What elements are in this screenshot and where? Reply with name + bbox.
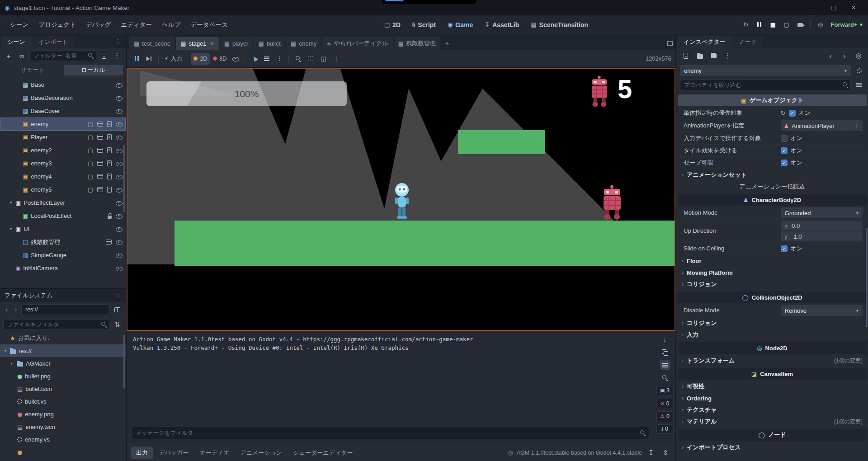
info-filter[interactable]: ℹ0 bbox=[656, 424, 674, 434]
scene-node-enemy2[interactable]: ▣enemy2▢ bbox=[0, 144, 126, 157]
scene-node-enemy[interactable]: ▣enemy▢ bbox=[0, 118, 126, 131]
new-scene-tab-button[interactable]: + bbox=[441, 37, 453, 50]
node-value[interactable]: ♟AnimationPlayer⋮ bbox=[781, 120, 863, 131]
path-input[interactable] bbox=[21, 304, 110, 315]
workspace-2d[interactable]: ◳2D bbox=[380, 19, 405, 31]
inspector-scrollbar[interactable] bbox=[866, 228, 868, 327]
selection-menu-button[interactable]: ⋮ bbox=[274, 53, 285, 65]
menu-エディター[interactable]: エディター bbox=[116, 19, 156, 31]
visibility-toggle-icon[interactable] bbox=[116, 213, 123, 219]
category-CanvasItem[interactable]: ◪CanvasItem bbox=[678, 368, 867, 380]
scene-node-enemy4[interactable]: ▣enemy4▢ bbox=[0, 170, 126, 183]
copy-log-button[interactable] bbox=[660, 348, 670, 357]
selection-list-button[interactable] bbox=[261, 53, 273, 65]
select-mode-button[interactable] bbox=[248, 53, 260, 65]
close-tab-icon[interactable]: ✕ bbox=[210, 41, 214, 47]
visibility-toggle-icon[interactable] bbox=[116, 95, 123, 101]
scene-node-enemy5[interactable]: ▣enemy5▢ bbox=[0, 183, 126, 196]
bottom-tab-出力[interactable]: 出力 bbox=[131, 447, 153, 459]
expand-arrow-icon[interactable]: ▼ bbox=[9, 201, 15, 205]
scene-filter-input[interactable] bbox=[29, 50, 96, 61]
resource-menu-button[interactable]: ⋮ bbox=[722, 50, 733, 61]
visibility-toggle-icon[interactable] bbox=[116, 121, 123, 127]
warnings-filter[interactable]: ⚠0 bbox=[656, 411, 674, 421]
visibility-toggle-icon[interactable] bbox=[116, 200, 123, 206]
restart-button[interactable]: ↻ bbox=[740, 19, 752, 31]
section-Ordering[interactable]: ›Ordering bbox=[677, 392, 867, 404]
game-viewport[interactable]: 100% 5 bbox=[127, 68, 675, 331]
workspace-script[interactable]: §Script bbox=[408, 19, 440, 31]
filesystem-scrollbar[interactable] bbox=[123, 334, 125, 389]
section-インポートプロセス[interactable]: ›インポートプロセス bbox=[677, 442, 867, 453]
pin-panel-button[interactable]: ↧ bbox=[646, 447, 656, 458]
section-テクスチャ[interactable]: ›テクスチャ bbox=[677, 404, 867, 416]
scene-tab-test_scene[interactable]: ▤test_scene bbox=[129, 37, 175, 50]
scene-tab-stage1[interactable]: ▤stage1✕ bbox=[176, 37, 219, 50]
next-frame-button[interactable] bbox=[143, 53, 155, 65]
expand-arrow-icon[interactable]: ▸ bbox=[11, 362, 17, 366]
pause-game-button[interactable] bbox=[131, 53, 142, 65]
checkbox[interactable] bbox=[781, 135, 788, 142]
filter-messages-button[interactable] bbox=[660, 360, 670, 370]
all-messages-filter[interactable]: ▣3 bbox=[656, 386, 674, 395]
maximize-button[interactable]: ▢ bbox=[824, 0, 844, 15]
message-filter-input[interactable] bbox=[131, 427, 649, 439]
visibility-toggle-icon[interactable] bbox=[116, 239, 123, 245]
scene-node-LocalPostEffect[interactable]: ▣LocalPostEffect bbox=[0, 209, 126, 222]
file-item-AGMaker[interactable]: ▸AGMaker bbox=[0, 357, 126, 370]
scene-node-InitialCamera[interactable]: ◉InitialCamera bbox=[0, 262, 126, 275]
property-pin-button[interactable] bbox=[854, 80, 864, 90]
file-item-partial[interactable]: ● bbox=[0, 446, 126, 458]
scene-dock-tab-インポート[interactable]: インポート bbox=[32, 36, 75, 48]
file-item-bullet.vs[interactable]: bullet.vs bbox=[0, 395, 126, 408]
section-トランスフォーム[interactable]: ›トランスフォーム(1個の変更) bbox=[677, 355, 867, 367]
instances-button[interactable]: ◎ bbox=[815, 19, 826, 31]
visibility-toggle-icon[interactable] bbox=[116, 147, 123, 153]
scene-node-Base[interactable]: ▦Base bbox=[0, 78, 126, 91]
section-Moving Platform[interactable]: ›Moving Platform bbox=[677, 267, 867, 278]
expand-arrow-icon[interactable]: ▼ bbox=[4, 349, 10, 353]
bottom-tab-アニメーション[interactable]: アニメーション bbox=[235, 447, 287, 459]
scene-node-PostEffectLayer[interactable]: ▼▣PostEffectLayer bbox=[0, 196, 126, 209]
checkbox[interactable]: ✓ bbox=[781, 147, 788, 154]
row-アニメーション一括読込[interactable]: アニメーション一括読込 bbox=[677, 181, 867, 193]
view-tab-リモート[interactable]: リモート bbox=[3, 65, 62, 75]
sort-files-button[interactable]: ⇅ bbox=[112, 319, 123, 330]
remote-window-button[interactable]: ▢ bbox=[781, 19, 793, 31]
zoom-region-button[interactable] bbox=[292, 53, 304, 65]
property-filter-input[interactable] bbox=[680, 80, 851, 90]
section-入力[interactable]: ›入力 bbox=[677, 329, 867, 341]
visibility-toggle-icon[interactable] bbox=[116, 265, 123, 271]
inspector-tab-インスペクター[interactable]: インスペクター bbox=[677, 36, 732, 48]
expand-panel-button[interactable]: ⇕ bbox=[660, 447, 671, 458]
extra-options-button[interactable] bbox=[854, 65, 864, 76]
history-back-icon[interactable]: ‹ bbox=[3, 306, 10, 314]
vector-y-field[interactable]: y-1.0 bbox=[781, 231, 863, 241]
checkbox[interactable]: ✓ bbox=[789, 110, 796, 117]
scene-tab-enemy[interactable]: ▤enemy bbox=[286, 37, 321, 50]
distraction-free-button[interactable] bbox=[667, 40, 673, 47]
scene-tree-menu-button[interactable]: ⋮ bbox=[112, 50, 123, 61]
workspace-scenetransition[interactable]: ▤SceneTransition bbox=[526, 19, 592, 31]
scene-tab-やられパーティクル[interactable]: ∗やられパーティクル bbox=[322, 37, 392, 50]
mode-2d-button[interactable]: 2D bbox=[191, 53, 210, 65]
scene-node-Player[interactable]: ▣Player▢ bbox=[0, 131, 126, 144]
menu-データベース[interactable]: データベース bbox=[186, 19, 232, 31]
menu-ヘルプ[interactable]: ヘルプ bbox=[157, 19, 185, 31]
scene-node-BaseCover[interactable]: ▦BaseCover bbox=[0, 104, 126, 118]
visibility-toggle-icon[interactable] bbox=[116, 160, 123, 166]
file-filter-input[interactable] bbox=[3, 319, 109, 330]
view-tab-ローカル[interactable]: ローカル bbox=[64, 65, 123, 75]
dropdown-Motion Mode[interactable]: Grounded▾ bbox=[781, 207, 863, 218]
inspector-tab-ノード[interactable]: ノード bbox=[732, 36, 763, 48]
revert-icon[interactable]: ↻ bbox=[781, 110, 786, 117]
menu-プロジェクト[interactable]: プロジェクト bbox=[34, 19, 80, 31]
bottom-tab-シェーダーエディター[interactable]: シェーダーエディター bbox=[288, 447, 358, 459]
visibility-toggle-icon[interactable] bbox=[116, 252, 123, 258]
category-ノード[interactable]: ◯ノード bbox=[678, 429, 867, 441]
renderer-select[interactable]: Forward+▾ bbox=[831, 21, 863, 28]
checkbox[interactable]: ✓ bbox=[781, 245, 788, 252]
section-コリジョン[interactable]: ›コリジョン bbox=[677, 278, 867, 290]
scene-node-BaseDecoration[interactable]: ▦BaseDecoration bbox=[0, 91, 126, 104]
mode-3d-button[interactable]: 3D bbox=[211, 53, 229, 65]
